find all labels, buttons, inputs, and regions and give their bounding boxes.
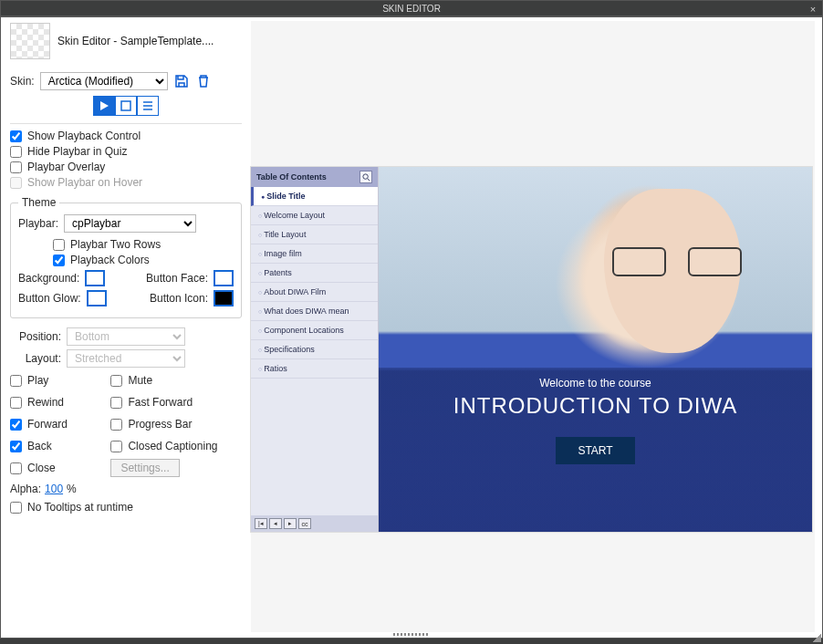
layout-label: Layout: — [10, 352, 61, 365]
controls-panel: Skin Editor - SampleTemplate.... Skin: A… — [8, 21, 244, 632]
toc-item[interactable]: What does DIWA mean — [251, 302, 378, 321]
course-subtitle: Welcome to the course — [539, 377, 651, 390]
trash-icon — [196, 74, 211, 88]
svg-rect-0 — [121, 101, 130, 110]
no-tooltips-checkbox[interactable] — [10, 502, 22, 514]
show-playback-checkbox[interactable] — [10, 130, 22, 142]
background-color-swatch[interactable] — [85, 270, 105, 286]
seg-play-mode[interactable] — [93, 96, 115, 116]
playbar-cc-button[interactable]: cc — [298, 518, 311, 529]
resize-corner-icon[interactable] — [812, 633, 821, 642]
seg-toc-mode[interactable] — [137, 96, 159, 116]
back-checkbox[interactable] — [10, 441, 22, 452]
toc-item[interactable]: Image film — [251, 244, 378, 264]
window-title: SKIN EDITOR — [382, 4, 441, 14]
stage-overlay: Welcome to the course INTRODUCTION TO DI… — [379, 368, 812, 532]
glow-swatch-label: Button Glow: — [18, 292, 81, 305]
save-skin-button[interactable] — [173, 73, 190, 89]
theme-legend: Theme — [18, 196, 59, 209]
play-icon — [98, 99, 110, 112]
course-title: INTRODUCTION TO DIWA — [453, 393, 738, 419]
svg-point-1 — [362, 173, 367, 178]
cc-settings-button: Settings... — [110, 459, 179, 477]
theme-group: Theme Playbar: cpPlaybar Playbar Two Row… — [10, 196, 242, 318]
toc-item[interactable]: Title Layout — [251, 225, 378, 244]
preview-toc: Table Of Contents Slide Title Welcome La… — [251, 167, 379, 532]
close-checkbox[interactable] — [10, 462, 22, 474]
fast-forward-checkbox[interactable] — [110, 397, 122, 409]
toc-header: Table Of Contents — [256, 172, 327, 182]
layout-select: Stretched — [67, 349, 185, 368]
delete-skin-button[interactable] — [195, 73, 212, 89]
close-window-icon[interactable]: × — [806, 1, 820, 16]
button-face-color-swatch[interactable] — [214, 270, 234, 286]
list-icon — [141, 99, 154, 112]
button-icon-color-swatch[interactable] — [214, 290, 234, 306]
toc-item[interactable]: Component Locations — [251, 321, 378, 340]
face-swatch-label: Button Face: — [146, 272, 208, 285]
play-checkbox[interactable] — [10, 375, 22, 387]
playbar-forward-button[interactable]: ▸ — [284, 518, 297, 529]
forward-checkbox[interactable] — [10, 419, 22, 431]
playbar-back-button[interactable]: ◂ — [269, 518, 282, 529]
playbar-select-label: Playbar: — [18, 217, 58, 230]
glasses-illustration — [609, 247, 745, 273]
alpha-suffix: % — [67, 483, 77, 495]
icon-swatch-label: Button Icon: — [150, 292, 208, 305]
toc-item[interactable]: Specifications — [251, 340, 378, 359]
mute-checkbox[interactable] — [110, 375, 122, 387]
square-icon — [120, 99, 132, 112]
position-label: Position: — [10, 330, 61, 343]
preview-playbar: |◂ ◂ ▸ cc — [251, 515, 378, 532]
alpha-label: Alpha: — [10, 483, 41, 495]
skin-select-label: Skin: — [10, 75, 35, 88]
toc-item[interactable]: About DIWA Film — [251, 283, 378, 302]
magnifier-icon — [362, 173, 370, 182]
hide-playbar-quiz-checkbox[interactable] — [10, 146, 22, 158]
toc-item[interactable]: Ratios — [251, 359, 378, 379]
skin-identity: Skin Editor - SampleTemplate.... — [10, 23, 242, 59]
rewind-checkbox[interactable] — [10, 397, 22, 409]
mode-segment — [10, 96, 242, 116]
button-glow-color-swatch[interactable] — [87, 290, 107, 306]
skin-select[interactable]: Arctica (Modified) — [40, 72, 168, 90]
bg-swatch-label: Background: — [18, 272, 79, 285]
slide-preview: Table Of Contents Slide Title Welcome La… — [251, 167, 812, 532]
start-button[interactable]: START — [556, 437, 634, 464]
preview-canvas: Table Of Contents Slide Title Welcome La… — [251, 21, 815, 632]
alpha-value[interactable]: 100 — [45, 483, 63, 495]
playback-colors-checkbox[interactable] — [53, 254, 65, 266]
cc-checkbox[interactable] — [110, 441, 122, 452]
progress-checkbox[interactable] — [110, 419, 122, 431]
toc-item[interactable]: Welcome Layout — [251, 206, 378, 225]
seg-border-mode[interactable] — [115, 96, 137, 116]
position-select: Bottom — [67, 327, 185, 346]
skin-thumbnail — [10, 23, 50, 59]
toc-item[interactable]: Slide Title — [251, 187, 378, 206]
floppy-icon — [174, 74, 189, 88]
resize-grip[interactable] — [8, 632, 815, 636]
two-rows-checkbox[interactable] — [53, 239, 65, 251]
playbar-rewind-button[interactable]: |◂ — [255, 518, 267, 529]
slide-stage: Welcome to the course INTRODUCTION TO DI… — [379, 167, 812, 532]
skin-identity-label: Skin Editor - SampleTemplate.... — [57, 35, 214, 47]
playbar-select[interactable]: cpPlaybar — [64, 214, 196, 233]
toc-item[interactable]: Patents — [251, 264, 378, 283]
playbar-overlay-checkbox[interactable] — [10, 161, 22, 173]
toc-search-button[interactable] — [359, 171, 372, 183]
window-titlebar: SKIN EDITOR × — [0, 0, 823, 16]
show-playbar-hover-checkbox — [10, 177, 22, 189]
toc-list: Slide Title Welcome Layout Title Layout … — [251, 187, 378, 379]
